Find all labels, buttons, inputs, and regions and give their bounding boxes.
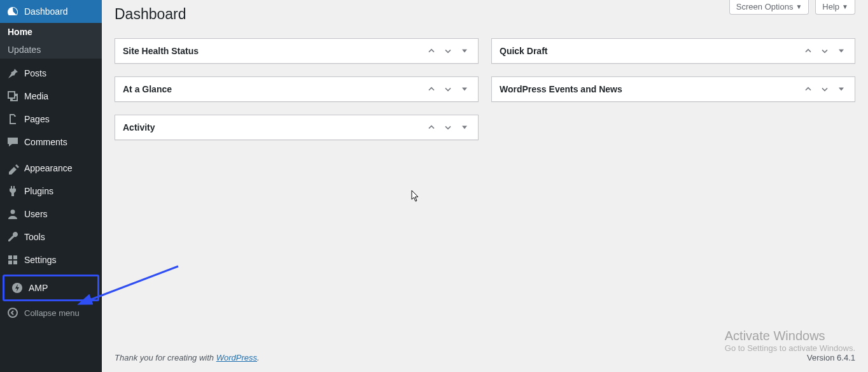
amp-icon (11, 282, 24, 294)
widget-move-down[interactable] (442, 45, 454, 57)
widget-move-up[interactable] (426, 122, 437, 133)
sidebar-item-label: Comments (24, 137, 67, 147)
widget-move-down[interactable] (819, 45, 830, 57)
submenu-item-updates[interactable]: Updates (0, 41, 102, 59)
widget-activity: Activity (115, 115, 479, 140)
screen-meta-links: Screen Options ▼ Help ▼ (729, 0, 855, 15)
sidebar-item-amp[interactable]: AMP (4, 276, 97, 299)
sidebar-item-label: Users (24, 209, 48, 219)
widget-site-health: Site Health Status (115, 38, 479, 64)
sidebar-item-label: AMP (29, 283, 48, 293)
triangle-down-icon: ▼ (842, 3, 848, 10)
footer-thanks: Thank you for creating with WordPress. (115, 353, 260, 362)
watermark-line-1: Activate Windows (725, 329, 855, 343)
pin-icon (6, 67, 19, 80)
svg-rect-3 (13, 261, 17, 264)
widget-at-a-glance: At a Glance (115, 76, 479, 102)
sidebar-item-label: Tools (24, 232, 45, 242)
widget-toggle[interactable] (836, 83, 847, 95)
comments-icon (6, 136, 19, 148)
main-content: Screen Options ▼ Help ▼ Dashboard Site H… (102, 0, 868, 372)
screen-options-label: Screen Options (736, 2, 794, 11)
sidebar-item-label: Dashboard (24, 6, 68, 17)
widget-title: WordPress Events and News (500, 84, 622, 94)
media-icon (6, 90, 19, 103)
widget-title: Quick Draft (500, 46, 547, 56)
sidebar-item-amp-highlight: AMP (3, 275, 99, 301)
svg-marker-10 (839, 88, 844, 91)
settings-icon (6, 254, 19, 266)
widget-move-down[interactable] (442, 83, 454, 95)
svg-marker-7 (462, 88, 467, 91)
submenu-item-home[interactable]: Home (0, 23, 102, 41)
sidebar-item-label: Plugins (24, 186, 53, 196)
svg-rect-1 (13, 255, 17, 259)
widget-move-up[interactable] (802, 83, 814, 95)
plugins-icon (6, 185, 19, 197)
widget-toggle[interactable] (459, 45, 470, 57)
widget-toggle[interactable] (459, 122, 470, 133)
help-label: Help (822, 2, 839, 11)
dashboard-widgets: Site Health Status At a Glance (115, 38, 855, 140)
appearance-icon (6, 162, 19, 175)
widget-title: Site Health Status (123, 46, 199, 56)
sidebar-item-plugins[interactable]: Plugins (0, 180, 102, 203)
widget-move-up[interactable] (426, 83, 437, 95)
sidebar-item-comments[interactable]: Comments (0, 131, 102, 154)
sidebar-submenu: Home Updates (0, 23, 102, 59)
admin-footer: Thank you for creating with WordPress. V… (115, 343, 855, 372)
footer-version: Version 6.4.1 (807, 353, 855, 362)
help-button[interactable]: Help ▼ (815, 0, 855, 15)
widget-events-news: WordPress Events and News (491, 76, 855, 102)
sidebar-item-label: Appearance (24, 163, 73, 173)
pages-icon (6, 113, 19, 125)
collapse-label: Collapse menu (24, 308, 80, 318)
sidebar-item-pages[interactable]: Pages (0, 108, 102, 131)
svg-marker-8 (462, 126, 467, 129)
sidebar-item-settings[interactable]: Settings (0, 248, 102, 271)
widget-move-up[interactable] (802, 45, 814, 57)
sidebar-item-label: Posts (24, 68, 46, 78)
widget-move-down[interactable] (819, 83, 830, 95)
widget-toggle[interactable] (459, 83, 470, 95)
svg-rect-2 (8, 261, 12, 264)
svg-point-5 (8, 308, 17, 317)
sidebar-item-tools[interactable]: Tools (0, 225, 102, 248)
collapse-icon (6, 306, 19, 319)
users-icon (6, 208, 19, 220)
widgets-column-2: Quick Draft WordPress Events and News (491, 38, 855, 102)
widgets-column-1: Site Health Status At a Glance (115, 38, 479, 140)
dashboard-icon (6, 5, 19, 18)
wordpress-link[interactable]: WordPress (216, 353, 257, 362)
svg-marker-9 (839, 50, 844, 53)
widget-move-up[interactable] (426, 45, 437, 57)
tools-icon (6, 231, 19, 243)
widget-title: At a Glance (123, 84, 172, 94)
collapse-menu-button[interactable]: Collapse menu (0, 301, 102, 324)
admin-sidebar: Dashboard Home Updates Posts Media Pages… (0, 0, 102, 372)
triangle-down-icon: ▼ (795, 3, 802, 10)
widget-quick-draft: Quick Draft (491, 38, 855, 64)
widget-toggle[interactable] (836, 45, 847, 57)
widget-title: Activity (123, 122, 155, 132)
sidebar-item-dashboard[interactable]: Dashboard (0, 0, 102, 23)
sidebar-item-appearance[interactable]: Appearance (0, 157, 102, 180)
sidebar-item-users[interactable]: Users (0, 203, 102, 225)
sidebar-item-label: Media (24, 91, 48, 101)
svg-rect-0 (8, 255, 12, 259)
sidebar-item-posts[interactable]: Posts (0, 62, 102, 85)
sidebar-item-label: Pages (24, 114, 50, 124)
sidebar-item-label: Settings (24, 255, 57, 265)
widget-move-down[interactable] (442, 122, 454, 133)
sidebar-item-media[interactable]: Media (0, 85, 102, 108)
screen-options-button[interactable]: Screen Options ▼ (729, 0, 809, 15)
svg-marker-6 (462, 50, 467, 53)
